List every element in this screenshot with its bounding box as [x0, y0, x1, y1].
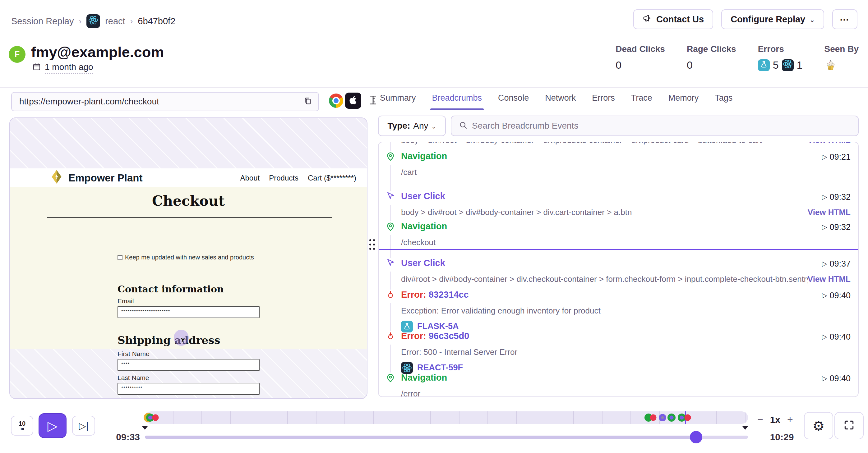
click-event-icon	[384, 258, 397, 271]
replay-canvas[interactable]: Empower Plant AboutProductsCart ($******…	[9, 118, 368, 399]
timeline-click-marker[interactable]	[669, 416, 673, 420]
preview-checkout-page: Checkout Contact information Email *****…	[10, 187, 367, 349]
configure-replay-button[interactable]: Configure Replay ⌄	[721, 9, 824, 29]
speed-increase-button[interactable]: +	[787, 414, 793, 425]
breadcrumb-event-row[interactable]: Navigation▷09:21/cart	[379, 151, 858, 177]
session-replay-page: Session Replay › react › 6b47b0f2 Contac…	[0, 0, 868, 453]
flask-error-count: 5	[773, 59, 779, 71]
timeline-error-marker[interactable]	[685, 415, 691, 421]
rewind-arrows-icon: ‹‹‹	[21, 426, 24, 431]
replay-url: https://empower-plant.com/checkout	[19, 97, 303, 106]
event-title: User Click	[401, 191, 445, 201]
event-description: /checkout	[401, 238, 850, 247]
play-button[interactable]: ▷	[38, 413, 66, 438]
breadcrumb: Session Replay › react › 6b47b0f2	[11, 14, 175, 28]
settings-button[interactable]: ⚙	[804, 412, 833, 439]
tab-summary[interactable]: Summary	[380, 93, 416, 110]
view-html-link[interactable]: View HTML	[808, 142, 850, 145]
rewind-10s-button[interactable]: 10 ‹‹‹	[11, 416, 33, 435]
react-project-icon	[86, 14, 100, 28]
preview-first-name-label: First Name	[118, 350, 150, 358]
header-actions: Contact Us Configure Replay ⌄ ⋯	[633, 9, 858, 29]
preview-last-name-label: Last Name	[118, 374, 149, 382]
view-html-link[interactable]: View HTML	[808, 274, 850, 284]
event-title: Navigation	[401, 373, 447, 383]
event-timestamp[interactable]: ▷09:40	[822, 291, 851, 300]
issue-id[interactable]: FLASK-5A	[417, 322, 459, 331]
fullscreen-button[interactable]	[834, 412, 864, 439]
error-event-icon	[384, 331, 397, 345]
scrubber-handle[interactable]	[690, 431, 702, 443]
search-input[interactable]	[472, 121, 850, 131]
chevron-down-icon: ⌄	[431, 123, 436, 130]
replay-letterbox-top	[10, 118, 367, 168]
tab-trace[interactable]: Trace	[631, 93, 652, 110]
contact-us-button[interactable]: Contact Us	[633, 9, 713, 29]
timeline-click-marker[interactable]	[659, 414, 666, 421]
tab-console[interactable]: Console	[498, 93, 529, 110]
preview-shipping-heading: Shipping address	[118, 334, 220, 347]
current-time: 09:33	[106, 432, 140, 443]
more-options-button[interactable]: ⋯	[832, 9, 858, 29]
breadcrumb-replay-id: 6b47b0f2	[138, 16, 175, 26]
tab-list: SummaryBreadcrumbsConsoleNetworkErrorsTr…	[380, 93, 733, 110]
stat-rage-clicks: Rage Clicks 0	[687, 44, 736, 74]
end-time: 10:29	[765, 432, 799, 443]
breadcrumb-project[interactable]: react	[105, 16, 125, 26]
event-timestamp[interactable]: ▷09:40	[822, 332, 851, 342]
issue-id[interactable]: REACT-59F	[417, 363, 463, 373]
timeline-click-marker[interactable]	[680, 416, 684, 420]
breadcrumb-event-row[interactable]: User Click▷09:32body > div#root > div#bo…	[379, 191, 858, 217]
breadcrumb-event-row[interactable]: Navigation▷09:32/checkout	[379, 221, 858, 247]
copy-url-icon[interactable]	[303, 97, 312, 106]
timeline-click-marker[interactable]	[148, 416, 152, 420]
header-divider	[0, 87, 868, 88]
preview-first-name-input: ****	[118, 359, 259, 371]
event-timestamp[interactable]: ▷09:32	[822, 192, 851, 202]
preview-nav-item: Cart ($********)	[308, 174, 356, 183]
event-timestamp[interactable]: ▷09:40	[822, 374, 851, 383]
page-title-user-email: fmy@example.com	[31, 43, 164, 61]
timeline-window-start-marker[interactable]	[142, 426, 148, 430]
breadcrumb-event-row[interactable]: Error: 832314cc▷09:40Exception: Error va…	[379, 290, 858, 332]
tab-errors[interactable]: Errors	[592, 93, 615, 110]
chevron-right-icon: ›	[79, 17, 82, 26]
breadcrumb-event-row[interactable]: body > div#root > div#body-container > d…	[379, 142, 858, 145]
tab-breadcrumbs[interactable]: Breadcrumbs	[432, 93, 482, 110]
timeline-window-end-marker[interactable]	[742, 426, 748, 430]
replay-url-bar: https://empower-plant.com/checkout	[11, 92, 319, 111]
session-meta-icons	[329, 93, 379, 109]
breadcrumb-event-row[interactable]: User Click▷09:37div#root > div#body-cont…	[379, 258, 858, 284]
event-title: User Click	[401, 258, 445, 268]
event-description: div#root > div#body-container > div.chec…	[401, 274, 808, 284]
skip-to-end-button[interactable]: ▷|	[72, 416, 95, 435]
tab-network[interactable]: Network	[545, 93, 576, 110]
timeline-error-marker[interactable]	[152, 415, 159, 421]
issue-badge[interactable]: REACT-59F	[401, 362, 850, 374]
empower-plant-logo-icon	[50, 169, 63, 187]
play-from-here-icon: ▷	[822, 153, 827, 161]
tab-memory[interactable]: Memory	[669, 93, 699, 110]
breadcrumb-session-replay[interactable]: Session Replay	[11, 16, 74, 26]
breadcrumb-event-row[interactable]: Navigation▷09:40/error	[379, 373, 858, 397]
issue-badge[interactable]: FLASK-5A	[401, 321, 850, 332]
event-timestamp[interactable]: ▷09:32	[822, 223, 851, 232]
type-filter-button[interactable]: Type: Any ⌄	[378, 116, 446, 136]
event-timestamp[interactable]: ▷09:37	[822, 259, 851, 269]
view-html-link[interactable]: View HTML	[808, 207, 850, 217]
stat-seen-by: Seen By	[825, 44, 859, 74]
panel-resize-handle[interactable]	[369, 239, 376, 252]
timeline-track[interactable]	[145, 411, 748, 424]
event-timestamp[interactable]: ▷09:21	[822, 152, 851, 162]
event-title: Error: 832314cc	[401, 290, 469, 300]
timeline-error-marker[interactable]	[650, 415, 657, 421]
breadcrumb-event-row[interactable]: Error: 96c3c5d0▷09:40Error: 500 - Intern…	[379, 331, 858, 374]
event-title: Error: 96c3c5d0	[401, 331, 469, 341]
event-title: Navigation	[401, 151, 447, 161]
apple-os-icon	[345, 93, 361, 109]
time-ago[interactable]: 1 month ago	[45, 62, 93, 74]
speed-decrease-button[interactable]: −	[757, 414, 763, 425]
tab-tags[interactable]: Tags	[715, 93, 733, 110]
timeline-scrubber[interactable]	[145, 435, 748, 439]
stat-dead-clicks: Dead Clicks 0	[616, 44, 665, 74]
